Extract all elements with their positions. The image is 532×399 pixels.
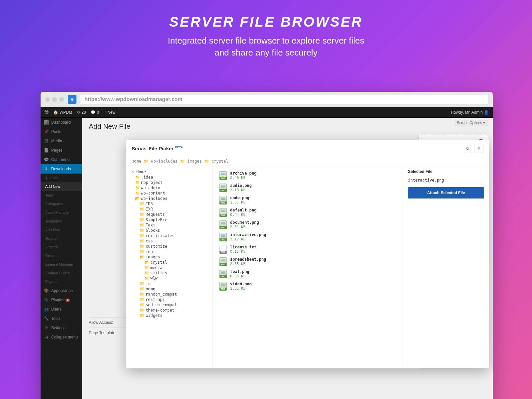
sidebar-item[interactable]: 🔌Plugins9 (41, 295, 82, 305)
close-dot[interactable] (45, 97, 50, 102)
png-file-icon: PNG (219, 171, 227, 180)
site-link[interactable]: 🏠 WPDM (53, 110, 72, 115)
tree-item[interactable]: 📁css (126, 238, 212, 244)
tree-item[interactable]: 📁widgets (126, 313, 212, 318)
folder-icon: 📁 (140, 233, 144, 238)
breadcrumb-segment[interactable]: images (187, 159, 201, 164)
hero-section: SERVER FILE BROWSER Integrated server fi… (0, 0, 532, 59)
file-row[interactable]: PNGdocument.png2.01 KB (218, 218, 398, 231)
file-size: 2.35 KB (230, 262, 266, 266)
sidebar-subitem[interactable]: All Files (41, 174, 82, 182)
tree-item[interactable]: 📁certificates (126, 233, 212, 238)
hero-subtitle: Integrated server file browser to explor… (0, 35, 532, 59)
file-row[interactable]: PNGaudio.png2.13 KB (218, 182, 398, 194)
updates-link[interactable]: ↻ 20 (77, 110, 86, 115)
file-row[interactable]: PNGinteractive.png2.17 KB (218, 231, 398, 243)
folder-icon: 📁 (140, 223, 144, 227)
sidebar-item[interactable]: 🖼Media (41, 136, 82, 146)
tree-item[interactable]: 📁customize (126, 244, 212, 249)
wp-logo-icon[interactable]: ⓦ (45, 109, 49, 115)
file-row[interactable]: PNGspreadsheet.png2.35 KB (218, 255, 398, 268)
tree-item[interactable]: 📁smilies (126, 270, 212, 276)
sidebar-item[interactable]: 🔧Tools (41, 314, 82, 323)
tree-item[interactable]: 📂wp-includes (126, 196, 212, 201)
sidebar-item[interactable]: 📌Posts (41, 127, 82, 136)
sidebar-subitem[interactable]: Asset Manager (41, 208, 82, 217)
tree-item[interactable]: 📁ID3 (126, 201, 212, 206)
tree-item[interactable]: 📁SimplePie (126, 217, 212, 222)
file-row[interactable]: TXTlicense.txt0.15 KB (218, 243, 398, 255)
max-dot[interactable] (59, 97, 64, 102)
comments-link[interactable]: 💬 0 (90, 110, 99, 115)
folder-icon: 📁 (135, 180, 140, 185)
attach-selected-button[interactable]: Attach Selected File (408, 187, 484, 199)
tree-item[interactable]: 📁theme-compat (126, 308, 212, 313)
sidebar-subitem[interactable]: Payouts (41, 277, 82, 286)
tree-item[interactable]: 📁nbproject (126, 180, 212, 185)
sidebar-item[interactable]: ⬇Downloads (41, 164, 82, 174)
file-row[interactable]: PNGdefault.png0.44 KB (218, 206, 398, 218)
folder-icon: 📁 (140, 244, 144, 249)
file-row[interactable]: PNGtext.png0.65 KB (218, 268, 398, 280)
screen-options-tab[interactable]: Screen Options ▾ (454, 120, 488, 126)
sidebar-subitem[interactable]: Categories (41, 200, 82, 208)
tree-item[interactable]: 📁.idea (126, 175, 212, 180)
sidebar-item[interactable]: 💬Comments (41, 155, 82, 164)
sidebar-item[interactable]: 👥Users (41, 305, 82, 314)
sidebar-item[interactable]: 🎨Appearance (41, 286, 82, 295)
selected-title: Selected File (408, 169, 484, 174)
tree-item[interactable]: 📁wlw (126, 276, 212, 281)
sidebar-item[interactable]: 📊Dashboard (41, 118, 82, 127)
file-name: archive.png (230, 171, 256, 176)
folder-icon: 📁 (140, 249, 144, 254)
tree-item[interactable]: ⌂Home (126, 169, 212, 175)
folder-icon: 📁 (140, 308, 144, 313)
close-button[interactable]: ✕ (474, 144, 483, 153)
breadcrumb-segment[interactable]: Home (132, 159, 141, 164)
tree-item[interactable]: 📁Requests (126, 212, 212, 217)
tree-item[interactable]: 📁rest-api (126, 297, 212, 302)
new-link[interactable]: + New (104, 110, 115, 115)
file-row[interactable]: PNGvideo.png1.31 KB (218, 280, 398, 292)
url-bar[interactable]: https://www.wpdownloadmanager.com (80, 95, 488, 104)
sidebar-icon: ◀ (44, 335, 49, 339)
tree-item[interactable]: 📁sodium_compat (126, 302, 212, 308)
tree-item[interactable]: 📁IXR (126, 206, 212, 212)
sidebar-subitem[interactable]: Add-Ons (41, 225, 82, 234)
tree-item[interactable]: 📁blocks (126, 228, 212, 233)
breadcrumb-segment[interactable]: crystal (211, 159, 228, 164)
tree-item[interactable]: 📂crystal (126, 260, 212, 265)
tree-item[interactable]: 📂images (126, 254, 212, 260)
sidebar-subitem[interactable]: Add New (41, 182, 82, 191)
tree-item[interactable]: 📁wp-admin (126, 185, 212, 191)
sidebar-subitem[interactable]: Coupon Codes (41, 269, 82, 277)
png-file-icon: PNG (219, 233, 227, 241)
sidebar-item[interactable]: 📄Pages (41, 146, 82, 155)
sidebar-subitem[interactable]: Orders (41, 251, 82, 260)
admin-sidebar: 📊Dashboard📌Posts🖼Media📄Pages💬Comments⬇Do… (41, 118, 82, 399)
sidebar-subitem[interactable]: History (41, 234, 82, 243)
sidebar-item[interactable]: ◀Collapse menu (41, 332, 82, 342)
sidebar-subitem[interactable]: Templates (41, 217, 82, 225)
tree-item[interactable]: 📁pomo (126, 286, 212, 292)
tree-item[interactable]: 📁js (126, 281, 212, 286)
file-row[interactable]: PNGarchive.png2.40 KB (218, 169, 398, 182)
folder-icon: 📁 (140, 207, 144, 211)
howdy-text[interactable]: Howdy, Mr. Admin 👤 (451, 110, 489, 115)
tree-item[interactable]: 📁fonts (126, 249, 212, 254)
window-controls[interactable] (45, 97, 64, 102)
tree-item[interactable]: 📁Text (126, 222, 212, 228)
folder-open-icon: 📂 (135, 196, 140, 201)
tree-item[interactable]: 📁media (126, 265, 212, 270)
folder-tree: ⌂Home📁.idea📁nbproject📁wp-admin📁wp-conten… (126, 166, 213, 368)
refresh-button[interactable]: ↻ (463, 144, 472, 153)
breadcrumb-segment[interactable]: wp-includes (151, 159, 177, 164)
sidebar-subitem[interactable]: License Manager (41, 260, 82, 269)
tree-item[interactable]: 📁random_compat (126, 292, 212, 297)
sidebar-subitem[interactable]: Tags (41, 191, 82, 200)
min-dot[interactable] (52, 97, 57, 102)
sidebar-subitem[interactable]: Settings (41, 243, 82, 251)
file-row[interactable]: PNGcode.png1.57 KB (218, 194, 398, 206)
sidebar-item[interactable]: ⚙Settings (41, 323, 82, 332)
tree-item[interactable]: 📁wp-content (126, 191, 212, 196)
